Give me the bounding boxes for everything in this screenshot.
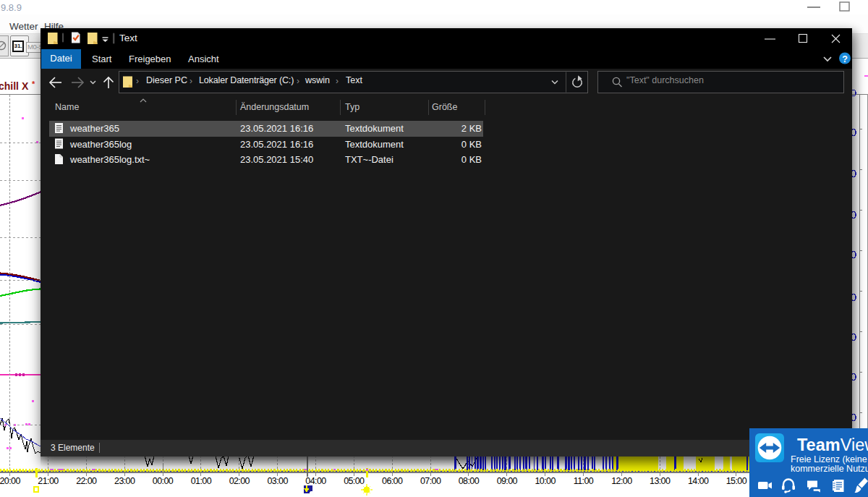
svg-text:TeamViewer: TeamViewer — [797, 436, 868, 454]
svg-text:10:00: 10:00 — [535, 476, 556, 486]
svg-text:kommerzielle Nutzung)!: kommerzielle Nutzung)! — [791, 464, 868, 474]
svg-text:08:00: 08:00 — [459, 476, 480, 486]
svg-text:13:00: 13:00 — [650, 476, 671, 486]
svg-text:02:00: 02:00 — [229, 476, 250, 486]
svg-text:20:00: 20:00 — [0, 476, 20, 486]
svg-text:14:00: 14:00 — [688, 476, 709, 486]
svg-text:Freie Lizenz (keine: Freie Lizenz (keine — [791, 454, 867, 464]
svg-text:15:00: 15:00 — [726, 476, 747, 486]
svg-text:11:00: 11:00 — [574, 476, 594, 486]
svg-text:04:00: 04:00 — [305, 476, 326, 486]
svg-text:05:00: 05:00 — [344, 476, 365, 486]
svg-text:00:00: 00:00 — [153, 476, 174, 486]
svg-text:23:00: 23:00 — [114, 476, 135, 486]
svg-text:22:00: 22:00 — [76, 476, 97, 486]
svg-text:09:00: 09:00 — [497, 476, 518, 486]
svg-text:*: * — [32, 80, 35, 88]
svg-text:12:00: 12:00 — [611, 476, 632, 486]
svg-text:01:00: 01:00 — [191, 476, 212, 486]
svg-text:07:00: 07:00 — [420, 476, 441, 486]
svg-text:03:00: 03:00 — [267, 476, 288, 486]
svg-text:chill X: chill X — [0, 80, 29, 92]
svg-text:?: ? — [842, 54, 848, 64]
svg-text:06:00: 06:00 — [382, 476, 403, 486]
svg-text:21:00: 21:00 — [38, 476, 59, 486]
